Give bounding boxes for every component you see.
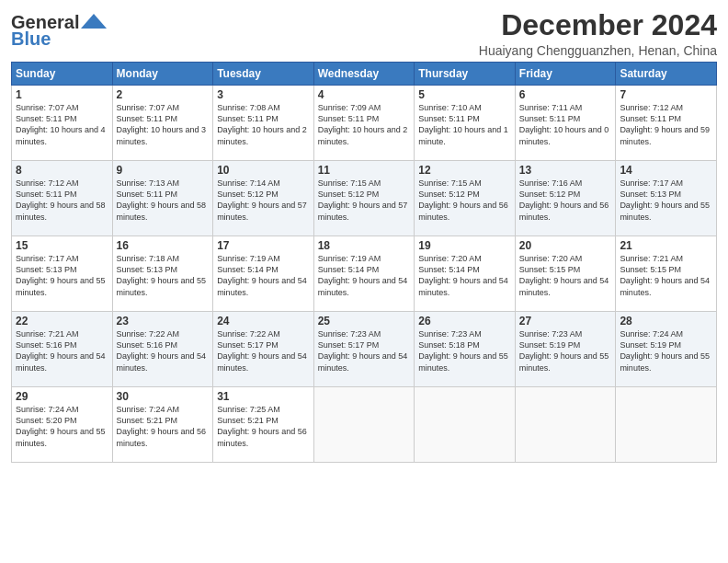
logo: General Blue (11, 13, 107, 48)
day-number: 5 (418, 88, 511, 101)
day-number: 30 (117, 390, 210, 403)
calendar-cell: 15Sunrise: 7:17 AMSunset: 5:13 PMDayligh… (12, 236, 113, 312)
cell-details: Sunrise: 7:11 AMSunset: 5:11 PMDaylight:… (519, 102, 612, 147)
calendar-cell: 9Sunrise: 7:13 AMSunset: 5:11 PMDaylight… (112, 161, 213, 236)
day-number: 3 (217, 88, 310, 101)
day-number: 4 (318, 88, 411, 101)
day-number: 26 (418, 315, 511, 327)
calendar-cell: 12Sunrise: 7:15 AMSunset: 5:12 PMDayligh… (415, 161, 516, 236)
month-title: December 2024 (479, 9, 717, 41)
calendar-cell: 6Sunrise: 7:11 AMSunset: 5:11 PMDaylight… (515, 86, 616, 161)
cell-details: Sunrise: 7:19 AMSunset: 5:14 PMDaylight:… (217, 253, 310, 298)
day-number: 28 (620, 315, 712, 327)
cell-details: Sunrise: 7:24 AMSunset: 5:19 PMDaylight:… (620, 328, 712, 373)
calendar-cell: 13Sunrise: 7:16 AMSunset: 5:12 PMDayligh… (515, 161, 616, 236)
weekday-header-sunday: Sunday (12, 63, 113, 86)
cell-details: Sunrise: 7:15 AMSunset: 5:12 PMDaylight:… (318, 178, 411, 223)
cell-details: Sunrise: 7:21 AMSunset: 5:16 PMDaylight:… (16, 328, 108, 373)
calendar-cell (616, 387, 717, 463)
day-number: 7 (620, 88, 712, 101)
calendar-cell: 19Sunrise: 7:20 AMSunset: 5:14 PMDayligh… (415, 236, 516, 312)
weekday-header-monday: Monday (112, 63, 213, 86)
calendar-cell: 11Sunrise: 7:15 AMSunset: 5:12 PMDayligh… (313, 161, 415, 236)
calendar-week-4: 22Sunrise: 7:21 AMSunset: 5:16 PMDayligh… (12, 312, 717, 387)
cell-details: Sunrise: 7:23 AMSunset: 5:18 PMDaylight:… (418, 328, 511, 373)
weekday-header-saturday: Saturday (616, 63, 717, 86)
cell-details: Sunrise: 7:08 AMSunset: 5:11 PMDaylight:… (217, 102, 310, 147)
calendar-cell: 29Sunrise: 7:24 AMSunset: 5:20 PMDayligh… (12, 387, 113, 463)
calendar-cell: 22Sunrise: 7:21 AMSunset: 5:16 PMDayligh… (12, 312, 113, 387)
calendar-cell: 4Sunrise: 7:09 AMSunset: 5:11 PMDaylight… (313, 86, 415, 161)
calendar-cell: 18Sunrise: 7:19 AMSunset: 5:14 PMDayligh… (313, 236, 415, 312)
weekday-header-tuesday: Tuesday (213, 63, 314, 86)
day-number: 10 (217, 164, 310, 177)
cell-details: Sunrise: 7:25 AMSunset: 5:21 PMDaylight:… (217, 404, 310, 449)
cell-details: Sunrise: 7:17 AMSunset: 5:13 PMDaylight:… (620, 178, 712, 223)
weekday-header-row: SundayMondayTuesdayWednesdayThursdayFrid… (12, 63, 717, 86)
day-number: 29 (16, 390, 108, 403)
day-number: 9 (117, 164, 210, 177)
cell-details: Sunrise: 7:18 AMSunset: 5:13 PMDaylight:… (117, 253, 210, 298)
cell-details: Sunrise: 7:12 AMSunset: 5:11 PMDaylight:… (620, 102, 712, 147)
cell-details: Sunrise: 7:23 AMSunset: 5:17 PMDaylight:… (318, 328, 411, 373)
day-number: 21 (620, 239, 712, 252)
calendar-cell: 28Sunrise: 7:24 AMSunset: 5:19 PMDayligh… (616, 312, 717, 387)
day-number: 12 (418, 164, 511, 177)
svg-marker-0 (81, 14, 107, 29)
calendar-cell: 26Sunrise: 7:23 AMSunset: 5:18 PMDayligh… (415, 312, 516, 387)
cell-details: Sunrise: 7:21 AMSunset: 5:15 PMDaylight:… (620, 253, 712, 298)
day-number: 24 (217, 315, 310, 327)
cell-details: Sunrise: 7:24 AMSunset: 5:21 PMDaylight:… (117, 404, 210, 449)
calendar-cell: 17Sunrise: 7:19 AMSunset: 5:14 PMDayligh… (213, 236, 314, 312)
day-number: 15 (16, 239, 108, 252)
calendar-table: SundayMondayTuesdayWednesdayThursdayFrid… (11, 62, 717, 463)
calendar-cell: 31Sunrise: 7:25 AMSunset: 5:21 PMDayligh… (213, 387, 314, 463)
logo-blue: Blue (11, 29, 51, 48)
title-block: December 2024 Huaiyang Chengguanzhen, He… (479, 9, 717, 58)
day-number: 22 (16, 315, 108, 327)
calendar-week-3: 15Sunrise: 7:17 AMSunset: 5:13 PMDayligh… (12, 236, 717, 312)
calendar-cell: 8Sunrise: 7:12 AMSunset: 5:11 PMDaylight… (12, 161, 113, 236)
day-number: 27 (519, 315, 612, 327)
day-number: 19 (418, 239, 511, 252)
day-number: 16 (117, 239, 210, 252)
day-number: 1 (16, 88, 108, 101)
cell-details: Sunrise: 7:13 AMSunset: 5:11 PMDaylight:… (117, 178, 210, 223)
calendar-cell: 1Sunrise: 7:07 AMSunset: 5:11 PMDaylight… (12, 86, 113, 161)
calendar-cell: 24Sunrise: 7:22 AMSunset: 5:17 PMDayligh… (213, 312, 314, 387)
day-number: 23 (117, 315, 210, 327)
cell-details: Sunrise: 7:20 AMSunset: 5:15 PMDaylight:… (519, 253, 612, 298)
cell-details: Sunrise: 7:17 AMSunset: 5:13 PMDaylight:… (16, 253, 108, 298)
calendar-week-1: 1Sunrise: 7:07 AMSunset: 5:11 PMDaylight… (12, 86, 717, 161)
weekday-header-thursday: Thursday (415, 63, 516, 86)
day-number: 20 (519, 239, 612, 252)
day-number: 11 (318, 164, 411, 177)
cell-details: Sunrise: 7:14 AMSunset: 5:12 PMDaylight:… (217, 178, 310, 223)
day-number: 2 (117, 88, 210, 101)
location-subtitle: Huaiyang Chengguanzhen, Henan, China (479, 43, 717, 58)
weekday-header-friday: Friday (515, 63, 616, 86)
cell-details: Sunrise: 7:12 AMSunset: 5:11 PMDaylight:… (16, 178, 108, 223)
day-number: 25 (318, 315, 411, 327)
calendar-cell: 21Sunrise: 7:21 AMSunset: 5:15 PMDayligh… (616, 236, 717, 312)
day-number: 14 (620, 164, 712, 177)
day-number: 17 (217, 239, 310, 252)
cell-details: Sunrise: 7:22 AMSunset: 5:16 PMDaylight:… (117, 328, 210, 373)
calendar-cell: 20Sunrise: 7:20 AMSunset: 5:15 PMDayligh… (515, 236, 616, 312)
calendar-cell: 5Sunrise: 7:10 AMSunset: 5:11 PMDaylight… (415, 86, 516, 161)
day-number: 13 (519, 164, 612, 177)
cell-details: Sunrise: 7:10 AMSunset: 5:11 PMDaylight:… (418, 102, 511, 147)
calendar-cell: 16Sunrise: 7:18 AMSunset: 5:13 PMDayligh… (112, 236, 213, 312)
cell-details: Sunrise: 7:07 AMSunset: 5:11 PMDaylight:… (16, 102, 108, 147)
calendar-cell: 3Sunrise: 7:08 AMSunset: 5:11 PMDaylight… (213, 86, 314, 161)
calendar-cell: 23Sunrise: 7:22 AMSunset: 5:16 PMDayligh… (112, 312, 213, 387)
cell-details: Sunrise: 7:19 AMSunset: 5:14 PMDaylight:… (318, 253, 411, 298)
day-number: 6 (519, 88, 612, 101)
cell-details: Sunrise: 7:15 AMSunset: 5:12 PMDaylight:… (418, 178, 511, 223)
day-number: 18 (318, 239, 411, 252)
weekday-header-wednesday: Wednesday (313, 63, 415, 86)
calendar-week-2: 8Sunrise: 7:12 AMSunset: 5:11 PMDaylight… (12, 161, 717, 236)
cell-details: Sunrise: 7:07 AMSunset: 5:11 PMDaylight:… (117, 102, 210, 147)
calendar-cell: 7Sunrise: 7:12 AMSunset: 5:11 PMDaylight… (616, 86, 717, 161)
day-number: 31 (217, 390, 310, 403)
